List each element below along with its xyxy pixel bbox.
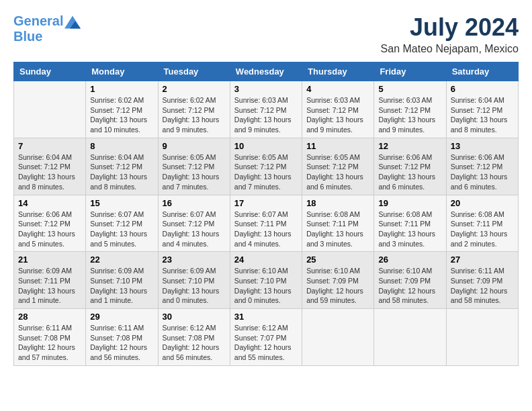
day-number: 21	[18, 255, 81, 265]
calendar-week-5: 28Sunrise: 6:11 AMSunset: 7:08 PMDayligh…	[14, 309, 519, 366]
calendar-cell: 24Sunrise: 6:10 AMSunset: 7:10 PMDayligh…	[230, 252, 302, 309]
day-number: 10	[234, 141, 298, 151]
calendar-cell	[374, 309, 446, 366]
day-info: Sunrise: 6:07 AMSunset: 7:12 PMDaylight:…	[163, 210, 226, 249]
day-info: Sunrise: 6:08 AMSunset: 7:11 PMDaylight:…	[451, 210, 514, 249]
calendar-cell: 15Sunrise: 6:07 AMSunset: 7:12 PMDayligh…	[86, 195, 158, 252]
day-number: 4	[306, 84, 369, 94]
calendar-cell: 19Sunrise: 6:08 AMSunset: 7:11 PMDayligh…	[374, 195, 446, 252]
calendar-cell: 27Sunrise: 6:11 AMSunset: 7:09 PMDayligh…	[446, 252, 518, 309]
day-number: 26	[378, 255, 441, 265]
calendar-table: SundayMondayTuesdayWednesdayThursdayFrid…	[13, 62, 519, 366]
day-number: 9	[163, 141, 226, 151]
day-number: 11	[306, 141, 369, 151]
day-number: 6	[451, 84, 514, 94]
day-number: 22	[90, 255, 153, 265]
day-number: 8	[90, 141, 153, 151]
day-info: Sunrise: 6:11 AMSunset: 7:08 PMDaylight:…	[18, 323, 81, 363]
day-number: 1	[90, 84, 153, 94]
day-info: Sunrise: 6:05 AMSunset: 7:12 PMDaylight:…	[306, 152, 369, 192]
day-number: 5	[378, 84, 441, 94]
calendar-cell: 30Sunrise: 6:12 AMSunset: 7:08 PMDayligh…	[158, 309, 230, 366]
day-number: 12	[378, 141, 441, 151]
logo: GeneralBlue	[13, 13, 81, 44]
calendar-cell	[14, 81, 86, 138]
day-number: 17	[234, 198, 298, 208]
page-header: GeneralBlue July 2024 San Mateo Nejapam,…	[13, 13, 519, 55]
day-info: Sunrise: 6:07 AMSunset: 7:11 PMDaylight:…	[234, 210, 298, 249]
calendar-cell: 10Sunrise: 6:05 AMSunset: 7:12 PMDayligh…	[230, 138, 302, 195]
day-info: Sunrise: 6:10 AMSunset: 7:10 PMDaylight:…	[234, 266, 298, 306]
day-info: Sunrise: 6:08 AMSunset: 7:11 PMDaylight:…	[378, 210, 441, 249]
calendar-cell: 29Sunrise: 6:11 AMSunset: 7:08 PMDayligh…	[86, 309, 158, 366]
day-header-friday: Friday	[374, 62, 446, 81]
day-info: Sunrise: 6:04 AMSunset: 7:12 PMDaylight:…	[90, 152, 153, 192]
day-number: 30	[163, 312, 226, 322]
day-info: Sunrise: 6:10 AMSunset: 7:09 PMDaylight:…	[306, 266, 369, 306]
calendar-cell: 23Sunrise: 6:09 AMSunset: 7:10 PMDayligh…	[158, 252, 230, 309]
day-header-thursday: Thursday	[302, 62, 374, 81]
calendar-cell: 16Sunrise: 6:07 AMSunset: 7:12 PMDayligh…	[158, 195, 230, 252]
day-header-tuesday: Tuesday	[158, 62, 230, 81]
day-number: 28	[18, 312, 81, 322]
calendar-cell: 21Sunrise: 6:09 AMSunset: 7:11 PMDayligh…	[14, 252, 86, 309]
day-number: 15	[90, 198, 153, 208]
calendar-cell: 28Sunrise: 6:11 AMSunset: 7:08 PMDayligh…	[14, 309, 86, 366]
calendar-cell: 7Sunrise: 6:04 AMSunset: 7:12 PMDaylight…	[14, 138, 86, 195]
day-number: 25	[306, 255, 369, 265]
calendar-cell: 14Sunrise: 6:06 AMSunset: 7:12 PMDayligh…	[14, 195, 86, 252]
title-block: July 2024 San Mateo Nejapam, Mexico	[381, 13, 519, 55]
calendar-week-4: 21Sunrise: 6:09 AMSunset: 7:11 PMDayligh…	[14, 252, 519, 309]
day-number: 27	[451, 255, 514, 265]
calendar-cell: 5Sunrise: 6:03 AMSunset: 7:12 PMDaylight…	[374, 81, 446, 138]
calendar-cell	[302, 309, 374, 366]
calendar-week-2: 7Sunrise: 6:04 AMSunset: 7:12 PMDaylight…	[14, 138, 519, 195]
day-number: 14	[18, 198, 81, 208]
day-number: 7	[18, 141, 81, 151]
day-number: 18	[306, 198, 369, 208]
day-info: Sunrise: 6:03 AMSunset: 7:12 PMDaylight:…	[234, 95, 298, 135]
calendar-cell: 9Sunrise: 6:05 AMSunset: 7:12 PMDaylight…	[158, 138, 230, 195]
location: San Mateo Nejapam, Mexico	[381, 43, 519, 55]
day-info: Sunrise: 6:06 AMSunset: 7:12 PMDaylight:…	[18, 210, 81, 249]
day-info: Sunrise: 6:06 AMSunset: 7:12 PMDaylight:…	[378, 152, 441, 192]
day-info: Sunrise: 6:05 AMSunset: 7:12 PMDaylight:…	[163, 152, 226, 192]
calendar-cell: 13Sunrise: 6:06 AMSunset: 7:12 PMDayligh…	[446, 138, 518, 195]
calendar-cell: 25Sunrise: 6:10 AMSunset: 7:09 PMDayligh…	[302, 252, 374, 309]
calendar-cell: 17Sunrise: 6:07 AMSunset: 7:11 PMDayligh…	[230, 195, 302, 252]
day-info: Sunrise: 6:05 AMSunset: 7:12 PMDaylight:…	[234, 152, 298, 192]
day-number: 20	[451, 198, 514, 208]
day-header-wednesday: Wednesday	[230, 62, 302, 81]
day-info: Sunrise: 6:09 AMSunset: 7:10 PMDaylight:…	[90, 266, 153, 306]
day-info: Sunrise: 6:08 AMSunset: 7:11 PMDaylight:…	[306, 210, 369, 249]
calendar-cell: 6Sunrise: 6:04 AMSunset: 7:12 PMDaylight…	[446, 81, 518, 138]
day-number: 31	[234, 312, 298, 322]
day-info: Sunrise: 6:06 AMSunset: 7:12 PMDaylight:…	[451, 152, 514, 192]
calendar-cell: 31Sunrise: 6:12 AMSunset: 7:07 PMDayligh…	[230, 309, 302, 366]
day-number: 16	[163, 198, 226, 208]
calendar-cell: 22Sunrise: 6:09 AMSunset: 7:10 PMDayligh…	[86, 252, 158, 309]
calendar-cell: 4Sunrise: 6:03 AMSunset: 7:12 PMDaylight…	[302, 81, 374, 138]
day-info: Sunrise: 6:02 AMSunset: 7:12 PMDaylight:…	[90, 95, 153, 135]
day-number: 19	[378, 198, 441, 208]
day-info: Sunrise: 6:04 AMSunset: 7:12 PMDaylight:…	[451, 95, 514, 135]
day-info: Sunrise: 6:11 AMSunset: 7:09 PMDaylight:…	[451, 266, 514, 306]
day-number: 3	[234, 84, 298, 94]
calendar-cell: 20Sunrise: 6:08 AMSunset: 7:11 PMDayligh…	[446, 195, 518, 252]
day-number: 29	[90, 312, 153, 322]
calendar-cell: 2Sunrise: 6:02 AMSunset: 7:12 PMDaylight…	[158, 81, 230, 138]
day-info: Sunrise: 6:12 AMSunset: 7:08 PMDaylight:…	[163, 323, 226, 363]
day-header-sunday: Sunday	[14, 62, 86, 81]
month-title: July 2024	[381, 13, 519, 42]
day-number: 2	[163, 84, 226, 94]
day-info: Sunrise: 6:07 AMSunset: 7:12 PMDaylight:…	[90, 210, 153, 249]
day-number: 24	[234, 255, 298, 265]
calendar-body: 1Sunrise: 6:02 AMSunset: 7:12 PMDaylight…	[14, 81, 519, 366]
day-info: Sunrise: 6:09 AMSunset: 7:11 PMDaylight:…	[18, 266, 81, 306]
day-info: Sunrise: 6:12 AMSunset: 7:07 PMDaylight:…	[234, 323, 298, 363]
day-number: 23	[163, 255, 226, 265]
day-info: Sunrise: 6:03 AMSunset: 7:12 PMDaylight:…	[378, 95, 441, 135]
day-number: 13	[451, 141, 514, 151]
calendar-cell: 8Sunrise: 6:04 AMSunset: 7:12 PMDaylight…	[86, 138, 158, 195]
day-info: Sunrise: 6:09 AMSunset: 7:10 PMDaylight:…	[163, 266, 226, 306]
